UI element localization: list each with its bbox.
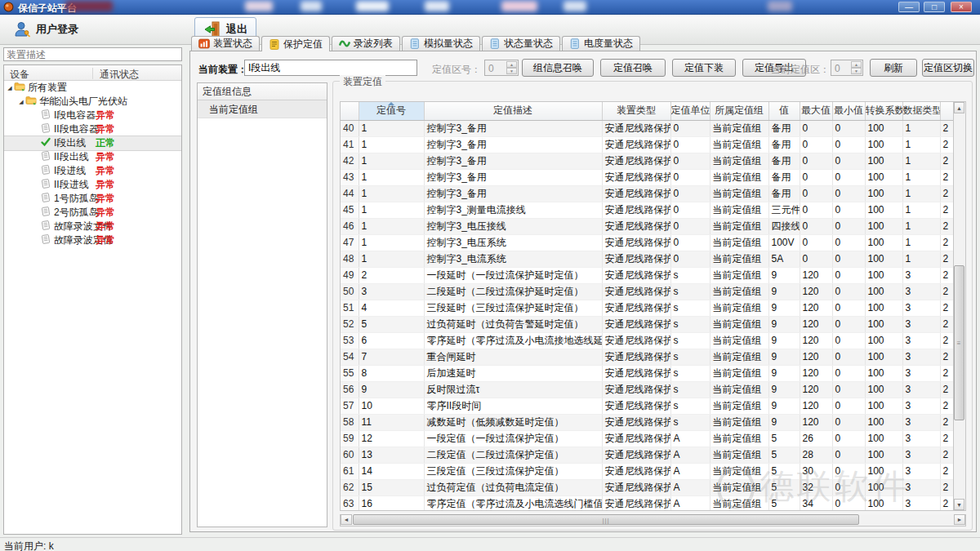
cell: 2 xyxy=(940,414,954,430)
spinner-down-icon[interactable]: ▼ xyxy=(506,68,517,74)
tab-2[interactable]: 保护定值 xyxy=(261,36,330,51)
table-row[interactable]: 6316零序定值（零序过流及小电流选线门槛值）安通尼线路保护A当前定值组5340… xyxy=(341,495,954,511)
table-row[interactable]: 503二段延时（二段过流保护延时定值）安通尼线路保护s当前定值组91200100… xyxy=(341,283,954,300)
scroll-down-icon[interactable]: ▼ xyxy=(954,499,964,510)
tab-4[interactable]: 模拟量状态 xyxy=(402,36,480,51)
spinner-up-icon[interactable]: ▲ xyxy=(851,61,862,68)
expand-icon[interactable]: ◢ xyxy=(17,95,25,109)
column-header[interactable]: 定值描述 xyxy=(424,102,602,120)
cell: 0 xyxy=(832,430,865,447)
table-row[interactable]: 5710零序II段时间安通尼线路保护s当前定值组9120010032 xyxy=(341,398,954,414)
vertical-scroll-thumb[interactable]: ≡ xyxy=(954,265,964,420)
cell: 6 xyxy=(359,332,424,349)
cell: 100 xyxy=(865,430,902,447)
table-row[interactable]: 5912一段定值（一段过流保护定值）安通尼线路保护A当前定值组526010032 xyxy=(341,430,954,447)
column-header[interactable]: 装置类型 xyxy=(602,102,670,120)
current-device-input[interactable] xyxy=(244,60,417,76)
setting-download-button[interactable]: 定值下装 xyxy=(672,59,736,77)
vertical-scrollbar[interactable]: ▲ ≡ ▼ xyxy=(954,101,966,511)
setting-zone-spinner[interactable]: 0 ▲▼ xyxy=(484,60,519,76)
table-row[interactable]: 558后加速延时安通尼线路保护s当前定值组9120010032 xyxy=(341,365,954,381)
table-row[interactable]: 536零序延时（零序过流及小电流接地选线延时安通尼线路保护s当前定值组91200… xyxy=(341,332,954,349)
tree-station[interactable]: ◢华能汕头电厂光伏站 xyxy=(4,95,181,109)
tree-device-4[interactable]: II段出线异常 xyxy=(4,150,181,164)
group-info-call-button[interactable]: 组信息召唤 xyxy=(522,59,594,77)
tab-1[interactable]: 装置状态 xyxy=(191,36,260,51)
column-header[interactable]: 最大值 xyxy=(800,102,832,120)
tree-device-10[interactable]: 故障录波定值异常 xyxy=(4,233,181,247)
column-header[interactable]: 定值号 xyxy=(359,102,424,120)
cell: 0 xyxy=(832,185,865,202)
tree-device-2[interactable]: II段电容器异常 xyxy=(4,122,181,136)
setting-call-button[interactable]: 定值召唤 xyxy=(600,59,666,77)
table-row[interactable]: 451控制字3_测量电流接线安通尼线路保护0当前定值组三元件0010012 xyxy=(341,202,954,218)
tab-3[interactable]: 录波列表 xyxy=(332,36,400,51)
tab-6[interactable]: 电度量状态 xyxy=(562,36,640,51)
tree-root-all-devices[interactable]: ◢所有装置 xyxy=(4,81,181,95)
cell: 100 xyxy=(865,365,902,381)
scroll-up-icon[interactable]: ▲ xyxy=(954,102,964,113)
table-row[interactable]: 461控制字3_电压接线安通尼线路保护0当前定值组四接线0010012 xyxy=(341,218,954,234)
tree-device-9[interactable]: 故障录波文件异常 xyxy=(4,220,181,233)
table-row[interactable]: 6114三段定值（三段过流保护定值）安通尼线路保护A当前定值组530010032 xyxy=(341,463,954,479)
table-row[interactable]: 492一段延时（一段过流保护延时定值）安通尼线路保护s当前定值组91200100… xyxy=(341,267,954,283)
current-setting-group-item[interactable]: 当前定值组 xyxy=(198,100,327,118)
minimize-button[interactable]: — xyxy=(898,2,920,12)
horizontal-scroll-thumb[interactable]: ||| xyxy=(353,514,859,525)
close-button[interactable]: × xyxy=(951,2,972,12)
cell: 45 xyxy=(341,202,359,218)
redacted-blur xyxy=(301,1,322,11)
table-row[interactable]: 411控制字3_备用安通尼线路保护0当前定值组备用0010012 xyxy=(341,136,954,153)
table-row[interactable]: 441控制字3_备用安通尼线路保护0当前定值组备用0010012 xyxy=(341,185,954,202)
spinner-up-icon[interactable]: ▲ xyxy=(506,61,517,68)
column-header[interactable]: 最小值 xyxy=(832,102,865,120)
cell: 2 xyxy=(940,479,954,495)
cell: 100 xyxy=(865,153,902,169)
settings-table: 定值号定值描述装置类型定值单位所属定值组值最大值最小值转换系数数据类型 401控… xyxy=(341,102,954,511)
cell: 120 xyxy=(800,316,832,332)
cell: 0 xyxy=(832,300,865,316)
tree-device-8[interactable]: 2号防孤岛异常 xyxy=(4,206,181,220)
current-zone-spinner[interactable]: 0 ▲▼ xyxy=(831,60,863,76)
refresh-button[interactable]: 刷新 xyxy=(870,59,917,77)
table-row[interactable]: 431控制字3_备用安通尼线路保护0当前定值组备用0010012 xyxy=(341,169,954,185)
maximize-button[interactable]: □ xyxy=(924,2,945,12)
tab-5[interactable]: 状态量状态 xyxy=(482,36,560,51)
spinner-down-icon[interactable]: ▼ xyxy=(851,68,862,74)
table-row[interactable]: 471控制字3_电压系统安通尼线路保护0当前定值组100V0010012 xyxy=(341,234,954,251)
table-row[interactable]: 569反时限过流τ安通尼线路保护s当前定值组9120010032 xyxy=(341,381,954,398)
tree-device-7[interactable]: 1号防孤岛异常 xyxy=(4,192,181,206)
tree-device-1[interactable]: I段电容器异常 xyxy=(4,109,181,122)
cell: 1 xyxy=(359,218,424,234)
table-row[interactable]: 5811减数延时（低频减数延时定值）安通尼线路保护s当前定值组912001003… xyxy=(341,414,954,430)
table-row[interactable]: 6013二段定值（二段过流保护定值）安通尼线路保护A当前定值组528010032 xyxy=(341,447,954,463)
cell: 0 xyxy=(670,153,710,169)
tree-device-5[interactable]: I段进线异常 xyxy=(4,164,181,178)
table-row[interactable]: 547重合闸延时安通尼线路保护s当前定值组9120010032 xyxy=(341,349,954,365)
column-header[interactable]: 值 xyxy=(768,102,800,120)
device-description-search-input[interactable] xyxy=(3,47,182,61)
device-card-icon xyxy=(40,109,51,119)
table-row[interactable]: 481控制字3_电流系统安通尼线路保护0当前定值组5A0010012 xyxy=(341,251,954,267)
cell: 3 xyxy=(902,316,940,332)
table-row[interactable]: 421控制字3_备用安通尼线路保护0当前定值组备用0010012 xyxy=(341,153,954,169)
table-row[interactable]: 401控制字3_备用安通尼线路保护0当前定值组备用0010012 xyxy=(341,120,954,136)
column-header[interactable]: 数据类型 xyxy=(902,102,940,120)
cell: 2 xyxy=(940,267,954,283)
cell: 1 xyxy=(902,234,940,251)
expand-icon[interactable]: ◢ xyxy=(6,81,14,95)
scroll-right-icon[interactable]: ► xyxy=(954,514,965,525)
column-header[interactable]: 定值单位 xyxy=(670,102,710,120)
horizontal-scrollbar[interactable]: ◄ ||| ► xyxy=(340,514,966,527)
tree-device-3[interactable]: I段出线正常 xyxy=(4,136,181,150)
table-row[interactable]: 525过负荷延时（过负荷告警延时定值）安通尼线路保护s当前定值组91200100… xyxy=(341,316,954,332)
column-header[interactable]: 所属定值组 xyxy=(710,102,768,120)
zone-switch-button[interactable]: 定值区切换 xyxy=(922,59,974,77)
table-row[interactable]: 514三段延时（三段过流保护延时定值）安通尼线路保护s当前定值组91200100… xyxy=(341,300,954,316)
table-row[interactable]: 6215过负荷定值（过负荷电流定值）安通尼线路保护A当前定值组532010032 xyxy=(341,479,954,495)
user-login-button[interactable]: 用户登录 xyxy=(5,17,87,42)
column-header[interactable]: 转换系数 xyxy=(865,102,902,120)
tree-device-6[interactable]: II段进线异常 xyxy=(4,178,181,192)
cell: 100 xyxy=(865,349,902,365)
scroll-left-icon[interactable]: ◄ xyxy=(341,514,352,525)
